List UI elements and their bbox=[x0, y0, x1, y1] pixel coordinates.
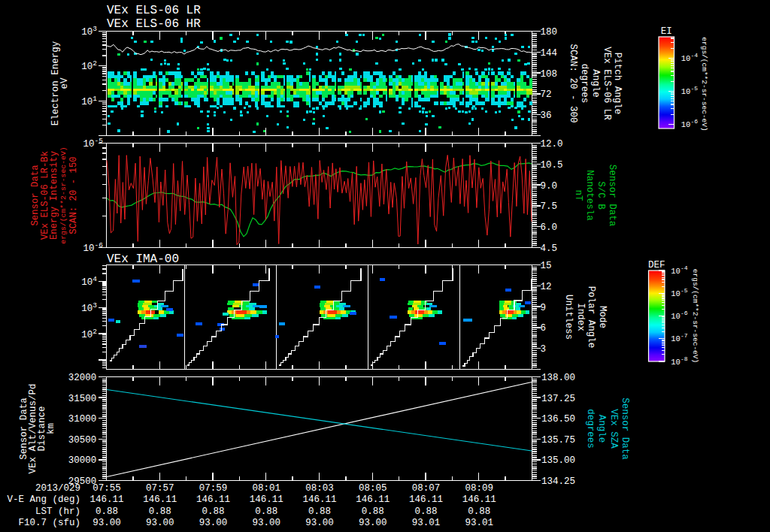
svg-text:146.11: 146.11 bbox=[250, 494, 283, 505]
svg-text:134.25: 134.25 bbox=[541, 476, 575, 487]
svg-text:146.11: 146.11 bbox=[356, 494, 390, 505]
svg-text:ergs/(cm**2-sr-sec-eV): ergs/(cm**2-sr-sec-eV) bbox=[59, 147, 68, 243]
svg-text:7.5: 7.5 bbox=[541, 201, 558, 212]
svg-text:Index: Index bbox=[575, 303, 586, 331]
svg-text:146.11: 146.11 bbox=[302, 494, 336, 505]
svg-text:9.0: 9.0 bbox=[541, 181, 558, 192]
svg-text:Polar Angle: Polar Angle bbox=[586, 286, 596, 349]
svg-text:30500: 30500 bbox=[68, 435, 97, 446]
svg-text:S/C B: S/C B bbox=[596, 181, 606, 210]
svg-text:93.00: 93.00 bbox=[305, 518, 334, 528]
svg-text:Mode: Mode bbox=[597, 306, 608, 328]
svg-text:15: 15 bbox=[541, 261, 552, 271]
svg-text:146.11: 146.11 bbox=[462, 494, 496, 505]
svg-text:93.01: 93.01 bbox=[465, 518, 493, 528]
svg-text:Angle: Angle bbox=[596, 415, 607, 443]
svg-text:108: 108 bbox=[541, 69, 558, 80]
svg-text:0.88: 0.88 bbox=[414, 506, 437, 517]
svg-text:DEF: DEF bbox=[648, 260, 665, 271]
svg-text:72: 72 bbox=[541, 89, 552, 100]
svg-text:93.00: 93.00 bbox=[92, 518, 121, 528]
svg-text:137.25: 137.25 bbox=[541, 394, 575, 404]
svg-text:EI: EI bbox=[661, 26, 672, 37]
svg-text:eV: eV bbox=[59, 77, 70, 89]
svg-text:12.0: 12.0 bbox=[541, 139, 563, 150]
svg-text:2013/029: 2013/029 bbox=[35, 483, 80, 494]
svg-text:Nanotesla: Nanotesla bbox=[584, 170, 595, 221]
svg-text:Unitless: Unitless bbox=[563, 295, 574, 340]
svg-text:degrees: degrees bbox=[585, 409, 596, 449]
svg-text:3: 3 bbox=[541, 344, 547, 355]
svg-text:146.11: 146.11 bbox=[196, 494, 230, 505]
svg-text:0.88: 0.88 bbox=[308, 506, 331, 517]
svg-text:146.11: 146.11 bbox=[143, 494, 177, 505]
svg-text:km: km bbox=[46, 423, 56, 434]
svg-text:V-E Ang (deg): V-E Ang (deg) bbox=[7, 494, 80, 505]
svg-text:12: 12 bbox=[541, 282, 552, 292]
svg-text:08:09: 08:09 bbox=[465, 483, 493, 494]
svg-text:07:57: 07:57 bbox=[146, 483, 174, 494]
svg-text:135.75: 135.75 bbox=[541, 435, 575, 446]
svg-text:4.5: 4.5 bbox=[541, 243, 558, 254]
svg-text:0.88: 0.88 bbox=[149, 506, 171, 517]
svg-text:31500: 31500 bbox=[68, 394, 97, 404]
svg-text:F10.7 (sfu): F10.7 (sfu) bbox=[18, 518, 80, 528]
svg-text:6.0: 6.0 bbox=[541, 222, 558, 233]
svg-text:138.00: 138.00 bbox=[541, 373, 575, 383]
svg-text:31000: 31000 bbox=[68, 414, 97, 425]
svg-text:6: 6 bbox=[541, 323, 547, 334]
svg-text:93.01: 93.01 bbox=[412, 518, 441, 528]
svg-text:08:03: 08:03 bbox=[305, 483, 334, 494]
svg-text:VEx ELS-06 HR: VEx ELS-06 HR bbox=[107, 17, 201, 31]
svg-text:07:59: 07:59 bbox=[199, 483, 228, 494]
svg-text:10.5: 10.5 bbox=[541, 160, 563, 171]
svg-text:LST (hr): LST (hr) bbox=[35, 506, 80, 517]
svg-text:Angle: Angle bbox=[590, 69, 601, 98]
svg-text:146.11: 146.11 bbox=[89, 494, 123, 505]
svg-text:0.88: 0.88 bbox=[255, 506, 277, 517]
svg-text:ergs/(cm**2-sr-sec-eV): ergs/(cm**2-sr-sec-eV) bbox=[691, 269, 699, 363]
svg-text:32000: 32000 bbox=[68, 373, 97, 383]
svg-text:Sensor Data: Sensor Data bbox=[607, 165, 617, 227]
svg-text:0.88: 0.88 bbox=[202, 506, 224, 517]
svg-text:36: 36 bbox=[541, 110, 552, 121]
svg-text:nT: nT bbox=[573, 189, 584, 201]
svg-text:degrees: degrees bbox=[579, 64, 590, 104]
svg-text:08:07: 08:07 bbox=[412, 483, 441, 494]
svg-text:08:05: 08:05 bbox=[359, 483, 387, 494]
svg-text:135.00: 135.00 bbox=[541, 455, 575, 466]
svg-text:146.11: 146.11 bbox=[409, 494, 443, 505]
svg-text:Pitch Angle: Pitch Angle bbox=[612, 53, 623, 115]
svg-text:VEx SZA: VEx SZA bbox=[608, 409, 619, 449]
svg-text:Sensor Data: Sensor Data bbox=[620, 397, 630, 460]
svg-text:93.00: 93.00 bbox=[359, 518, 387, 528]
svg-text:136.50: 136.50 bbox=[541, 414, 575, 425]
svg-text:ergs/(cm**2-sr-sec-eV): ergs/(cm**2-sr-sec-eV) bbox=[700, 37, 708, 131]
svg-text:180: 180 bbox=[541, 27, 558, 38]
svg-text:07:55: 07:55 bbox=[92, 483, 121, 494]
svg-text:VEx IMA-00: VEx IMA-00 bbox=[107, 252, 179, 266]
svg-text:VEx ELS-06 LR: VEx ELS-06 LR bbox=[107, 4, 201, 17]
svg-text:93.00: 93.00 bbox=[199, 518, 228, 528]
svg-text:0.88: 0.88 bbox=[362, 506, 384, 517]
svg-text:Energy Intensity: Energy Intensity bbox=[49, 151, 59, 240]
svg-text:SCAN: 20 - 300: SCAN: 20 - 300 bbox=[568, 44, 578, 122]
svg-text:08:01: 08:01 bbox=[252, 483, 280, 494]
svg-text:30000: 30000 bbox=[68, 455, 97, 466]
svg-text:93.00: 93.00 bbox=[146, 518, 174, 528]
svg-text:9: 9 bbox=[541, 303, 547, 313]
svg-text:0.88: 0.88 bbox=[468, 506, 490, 517]
svg-text:VEx ELS-06 LR: VEx ELS-06 LR bbox=[602, 47, 612, 120]
svg-text:0.88: 0.88 bbox=[95, 506, 118, 517]
svg-text:93.00: 93.00 bbox=[252, 518, 280, 528]
svg-text:144: 144 bbox=[541, 48, 558, 59]
svg-text:SCAN: 20 - 150: SCAN: 20 - 150 bbox=[68, 156, 79, 234]
